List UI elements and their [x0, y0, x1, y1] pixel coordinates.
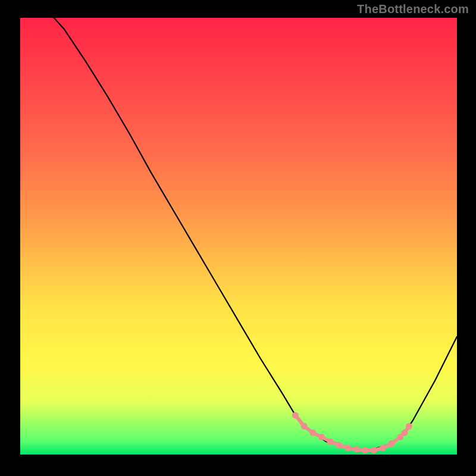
sweet-spot-marker — [318, 434, 325, 440]
bottleneck-curve — [20, 18, 457, 450]
sweet-spot-marker — [388, 440, 394, 447]
sweet-spot-marker — [345, 445, 351, 452]
sweet-spot-marker — [401, 430, 408, 436]
sweet-spot-marker — [362, 447, 368, 453]
sweet-spot-marker — [309, 430, 316, 436]
sweet-spot-marker — [336, 441, 342, 448]
attribution-text: TheBottleneck.com — [357, 2, 469, 16]
sweet-spot-marker — [292, 412, 299, 418]
chart-svg — [20, 18, 457, 455]
sweet-spot-marker — [327, 439, 334, 445]
sweet-spot-marker — [301, 423, 308, 430]
sweet-spot-marker — [353, 446, 360, 453]
sweet-spot-markers — [292, 412, 412, 453]
chart-frame: TheBottleneck.com — [0, 0, 476, 476]
sweet-spot-marker — [380, 445, 386, 452]
sweet-spot-marker — [371, 447, 377, 453]
sweet-spot-marker — [406, 423, 412, 430]
plot-area — [20, 18, 457, 455]
